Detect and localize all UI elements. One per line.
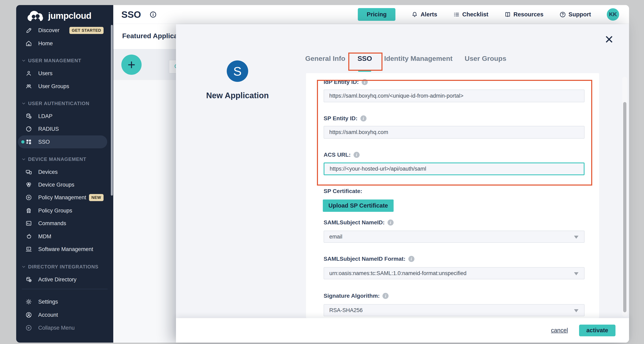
topbar-actions: Pricing Alerts Checklist Resources Suppo… bbox=[358, 5, 629, 24]
ldap-database-icon bbox=[25, 113, 32, 120]
checklist-button[interactable]: Checklist bbox=[453, 11, 488, 18]
tab-sso[interactable]: SSO bbox=[358, 54, 372, 66]
cancel-button[interactable]: cancel bbox=[551, 327, 568, 334]
software-management-icon bbox=[25, 246, 32, 253]
info-icon[interactable] bbox=[149, 11, 157, 18]
idp-entity-id-label: IdP Entity ID: i bbox=[324, 79, 368, 85]
account-icon bbox=[25, 312, 32, 318]
idp-entity-id-input[interactable] bbox=[324, 89, 584, 102]
active-directory-icon bbox=[25, 276, 32, 283]
sidebar-item-home[interactable]: Home bbox=[16, 37, 113, 50]
new-badge: NEW bbox=[89, 194, 104, 201]
sidebar-scrollbar[interactable] bbox=[111, 25, 113, 196]
topbar: SSO Pricing Alerts Checklist Resources bbox=[113, 5, 629, 24]
sidebar-item-radius[interactable]: RADIUS bbox=[16, 122, 113, 135]
sidebar-item-mdm[interactable]: MDM bbox=[16, 230, 113, 243]
sp-entity-id-label: SP Entity ID: i bbox=[324, 115, 366, 122]
info-icon[interactable]: i bbox=[382, 293, 388, 299]
tab-identity-management[interactable]: Identity Management bbox=[384, 54, 452, 66]
policy-management-icon bbox=[25, 194, 32, 201]
gear-icon bbox=[25, 298, 32, 305]
section-header-user-management[interactable]: USER MANAGEMENT bbox=[16, 55, 113, 66]
bell-icon bbox=[411, 11, 418, 18]
book-icon bbox=[504, 11, 511, 18]
modal-footer: cancel activate bbox=[176, 318, 629, 343]
sidebar-item-discover[interactable]: Discover GET STARTED bbox=[16, 24, 113, 37]
sidebar-item-account[interactable]: Account bbox=[16, 309, 113, 321]
saml-subject-nameid-format-label: SAMLSubject NameID Format: i bbox=[324, 256, 414, 262]
question-circle-icon bbox=[559, 11, 566, 18]
section-header-user-authentication[interactable]: USER AUTHENTICATION bbox=[16, 98, 113, 109]
device-groups-icon bbox=[25, 181, 32, 188]
page-title: SSO bbox=[121, 9, 141, 20]
user-icon bbox=[25, 70, 32, 77]
signature-algorithm-select[interactable]: RSA-SHA256 bbox=[324, 304, 584, 316]
application-logo: S bbox=[227, 60, 248, 82]
avatar[interactable]: KK bbox=[607, 8, 619, 21]
section-header-directory-integrations[interactable]: DIRECTORY INTEGRATIONS bbox=[16, 261, 113, 273]
support-button[interactable]: Support bbox=[559, 11, 591, 18]
modal-tabs: General Info SSO Identity Management Use… bbox=[305, 54, 506, 66]
sidebar-item-policy-management[interactable]: Policy Management NEW bbox=[16, 191, 113, 204]
info-icon[interactable]: i bbox=[362, 79, 368, 85]
sidebar-item-commands[interactable]: Commands bbox=[16, 217, 113, 230]
close-icon[interactable]: ✕ bbox=[604, 34, 614, 45]
saml-subject-nameid-format-select[interactable]: urn:oasis:names:tc:SAML:1.0:nameid-forma… bbox=[324, 267, 584, 279]
home-icon bbox=[25, 40, 32, 47]
modal-scrollbar-track[interactable] bbox=[622, 77, 628, 317]
checklist-icon bbox=[453, 11, 460, 18]
tab-user-groups[interactable]: User Groups bbox=[464, 54, 506, 66]
new-application-modal: ✕ S New Application General Info SSO Ide… bbox=[176, 24, 629, 343]
sidebar-item-collapse-menu[interactable]: Collapse Menu bbox=[16, 321, 113, 334]
radius-icon bbox=[25, 125, 32, 132]
apple-mdm-icon bbox=[25, 233, 32, 240]
chevron-down-icon bbox=[21, 101, 26, 106]
add-application-button[interactable]: + bbox=[121, 54, 142, 75]
sidebar-item-settings[interactable]: Settings bbox=[16, 295, 113, 308]
info-icon[interactable]: i bbox=[360, 115, 366, 121]
sidebar-item-policy-groups[interactable]: Policy Groups bbox=[16, 204, 113, 217]
commands-terminal-icon bbox=[25, 220, 32, 227]
sidebar-item-devices[interactable]: Devices bbox=[16, 166, 113, 178]
activate-button[interactable]: activate bbox=[579, 325, 616, 336]
sidebar-item-ldap[interactable]: LDAP bbox=[16, 110, 113, 123]
collapse-arrow-icon bbox=[25, 325, 32, 331]
section-header-device-management[interactable]: DEVICE MANAGEMENT bbox=[16, 154, 113, 165]
pricing-button[interactable]: Pricing bbox=[358, 8, 396, 21]
active-dot bbox=[21, 140, 24, 143]
caret-down-icon bbox=[574, 309, 578, 312]
chevron-down-icon bbox=[21, 157, 26, 162]
sidebar-item-device-groups[interactable]: Device Groups bbox=[16, 178, 113, 191]
caret-down-icon bbox=[574, 236, 578, 239]
sso-form-panel: IdP Entity ID: i SP Entity ID: i ACS URL… bbox=[306, 73, 599, 318]
policy-groups-icon bbox=[25, 207, 32, 214]
sidebar-item-active-directory[interactable]: Active Directory bbox=[16, 273, 113, 286]
logo-wordmark: jumpcloud bbox=[48, 11, 91, 21]
sidebar-item-sso[interactable]: SSO bbox=[16, 135, 113, 148]
sp-certificate-label: SP Certificate: bbox=[324, 188, 362, 194]
sidebar-divider bbox=[22, 289, 108, 289]
alerts-button[interactable]: Alerts bbox=[411, 11, 437, 18]
application-name: New Application bbox=[197, 91, 278, 100]
info-icon[interactable]: i bbox=[354, 152, 360, 158]
sp-entity-id-input[interactable] bbox=[324, 126, 584, 139]
sso-grid-icon bbox=[25, 138, 32, 145]
upload-sp-certificate-button[interactable]: Upload SP Certificate bbox=[323, 200, 394, 212]
modal-scrollbar-thumb[interactable] bbox=[623, 102, 626, 312]
sidebar-item-software-management[interactable]: Software Management bbox=[16, 243, 113, 256]
signature-algorithm-label: Signature Algorithm: i bbox=[324, 293, 388, 299]
jumpcloud-logo[interactable]: jumpcloud bbox=[26, 9, 91, 22]
acs-url-input[interactable] bbox=[324, 162, 584, 175]
saml-subject-nameid-select[interactable]: email bbox=[324, 231, 584, 243]
info-icon[interactable]: i bbox=[388, 220, 394, 226]
resources-button[interactable]: Resources bbox=[504, 11, 544, 18]
sidebar-item-users[interactable]: Users bbox=[16, 67, 113, 80]
sidebar-item-user-groups[interactable]: User Groups bbox=[16, 80, 113, 93]
info-icon[interactable]: i bbox=[408, 256, 414, 262]
sidebar: jumpcloud Discover GET STARTED Home USER… bbox=[16, 5, 113, 343]
chevron-down-icon bbox=[21, 264, 26, 269]
get-started-badge: GET STARTED bbox=[70, 27, 104, 34]
tab-general-info[interactable]: General Info bbox=[305, 54, 345, 66]
devices-icon bbox=[25, 169, 32, 175]
saml-subject-nameid-label: SAMLSubject NameID: i bbox=[324, 219, 394, 226]
